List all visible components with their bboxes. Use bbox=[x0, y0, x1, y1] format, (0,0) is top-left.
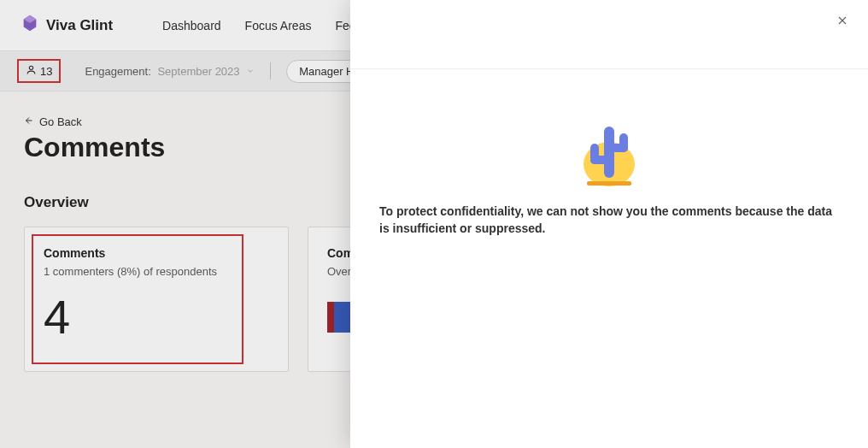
engagement-label: Engagement: bbox=[85, 65, 150, 78]
engagement-period: September 2023 bbox=[157, 65, 239, 78]
person-icon bbox=[26, 64, 37, 78]
nav-dashboard[interactable]: Dashboard bbox=[162, 19, 221, 32]
nav-focus-areas[interactable]: Focus Areas bbox=[245, 19, 312, 32]
close-icon[interactable] bbox=[836, 14, 849, 31]
chevron-down-icon bbox=[246, 65, 255, 78]
filter-divider bbox=[270, 62, 271, 80]
svg-rect-5 bbox=[587, 181, 631, 186]
go-back-label: Go Back bbox=[39, 115, 82, 128]
svg-rect-8 bbox=[590, 156, 607, 164]
brand[interactable]: Viva Glint bbox=[21, 14, 113, 37]
card-comments-title: Comments bbox=[44, 246, 269, 260]
nav-links: Dashboard Focus Areas Feed bbox=[162, 19, 362, 32]
arrow-left-icon bbox=[24, 115, 34, 128]
engagement-filter[interactable]: Engagement: September 2023 bbox=[85, 65, 255, 78]
card-comments[interactable]: Comments 1 commenters (8%) of respondent… bbox=[24, 227, 289, 372]
panel-divider bbox=[350, 68, 868, 69]
svg-point-0 bbox=[29, 66, 32, 69]
confidentiality-panel: To protect confidentiality, we can not s… bbox=[350, 0, 868, 448]
card-comments-value: 4 bbox=[44, 293, 269, 341]
svg-rect-6 bbox=[604, 127, 614, 178]
brand-logo-icon bbox=[21, 14, 39, 37]
cactus-illustration-icon bbox=[566, 111, 652, 188]
svg-rect-10 bbox=[611, 144, 628, 152]
brand-name: Viva Glint bbox=[46, 17, 113, 34]
respondents-chip[interactable]: 13 bbox=[17, 59, 61, 83]
confidentiality-message: To protect confidentiality, we can not s… bbox=[379, 203, 839, 237]
respondents-count: 13 bbox=[40, 65, 52, 78]
card-comments-subtitle: 1 commenters (8%) of respondents bbox=[44, 265, 269, 278]
